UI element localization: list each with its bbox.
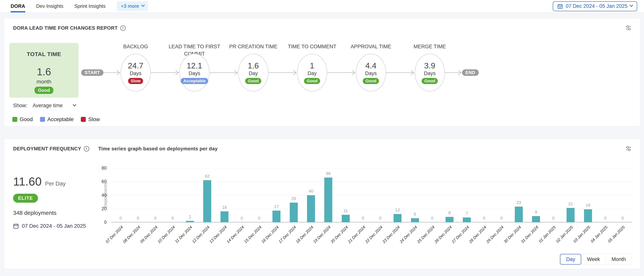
date-range-picker[interactable]: 07 Dec 2024 - 05 Jan 2025 (553, 1, 637, 11)
deployment-bar[interactable] (394, 214, 402, 222)
total-time-label: TOTAL TIME (27, 51, 61, 57)
x-axis-label: 12 Dec 2024 (191, 225, 210, 244)
granularity-day[interactable]: Day (560, 254, 581, 264)
deployment-frequency-card: DEPLOYMENT FREQUENCY i Time series graph… (4, 139, 640, 269)
x-axis-label: 10 Dec 2024 (156, 225, 176, 244)
deployment-bar[interactable] (584, 209, 592, 222)
top-navigation-bar: DORADev InsightsSprint Insights +3 more … (0, 0, 644, 13)
bar-value-label: 0 (493, 216, 510, 221)
calendar-icon (13, 223, 19, 229)
dora-dashboard-page: DORADev InsightsSprint Insights +3 more … (0, 0, 644, 276)
deployment-bar[interactable] (342, 215, 350, 222)
gridline (111, 195, 632, 195)
y-axis-tick-label: 60 (95, 179, 107, 184)
info-icon[interactable]: i (120, 26, 126, 31)
tab-sprint-insights[interactable]: Sprint Insights (74, 0, 106, 12)
x-axis-label: 07 Dec 2024 (105, 225, 124, 244)
y-axis-tick-label: 80 (95, 165, 107, 171)
granularity-week[interactable]: Week (581, 254, 606, 264)
x-axis-label: 09 Dec 2024 (139, 225, 158, 244)
bar-value-label: 0 (597, 216, 614, 221)
bar-value-label: 23 (510, 200, 527, 205)
lead-time-report-card: DORA LEAD TIME FOR CHANGES REPORT i TOTA… (4, 18, 640, 126)
lead-time-report-title: DORA LEAD TIME FOR CHANGES REPORT (13, 25, 118, 31)
deployment-bar[interactable] (272, 211, 280, 222)
x-axis-label: 01 Jan 2025 (538, 225, 556, 244)
deployments-total: 348 deployments (13, 210, 56, 216)
bar-value-label: 62 (199, 174, 216, 179)
x-axis-label: 22 Dec 2024 (364, 225, 384, 244)
deployment-rate-unit: Per Day (45, 180, 66, 187)
bar-value-label: 6 (406, 212, 424, 217)
lead-time-report-header: DORA LEAD TIME FOR CHANGES REPORT i (13, 25, 126, 31)
deployment-bar[interactable] (566, 208, 574, 222)
status-legend: GoodAcceptableSlow (12, 116, 100, 122)
bar-value-label: 0 (251, 216, 268, 221)
tab-dora[interactable]: DORA (11, 0, 25, 12)
deployment-bar[interactable] (446, 217, 454, 222)
stage-name: PR CREATION TIME (225, 43, 282, 50)
info-icon[interactable]: i (84, 146, 89, 152)
stage-circle: 24.7DaysSlow (120, 54, 151, 92)
bar-value-label: 16 (216, 205, 233, 210)
x-axis-label: 26 Dec 2024 (434, 225, 453, 244)
status-badge: Good (245, 78, 261, 84)
legend-label: Good (20, 116, 33, 122)
flow-arrow (151, 69, 179, 77)
x-axis-label: 11 Dec 2024 (174, 225, 193, 244)
deployment-bar[interactable] (290, 203, 298, 222)
deployment-bar[interactable] (463, 217, 471, 222)
stage-unit: Days (365, 71, 377, 76)
legend-swatch (40, 117, 45, 122)
deployment-bar[interactable] (203, 180, 211, 222)
gridline (111, 209, 632, 209)
x-axis-label: 24 Dec 2024 (399, 225, 418, 244)
legend-swatch (12, 117, 17, 122)
deployment-bar[interactable] (220, 211, 228, 222)
show-metric-dropdown[interactable]: Show: Average time (13, 103, 76, 108)
more-tabs-button[interactable]: +3 more (117, 1, 148, 11)
stage-backlog: BACKLOG24.7DaysSlow (120, 35, 151, 93)
granularity-toggle: DayWeekMonth (560, 254, 632, 264)
bar-value-label: 8 (441, 210, 458, 215)
stage-unit: Day (249, 71, 258, 76)
deployment-bar[interactable] (324, 178, 332, 222)
deployment-bar[interactable] (186, 221, 194, 222)
chart-settings-button[interactable] (624, 145, 632, 153)
flow-end-pill: END (462, 69, 479, 76)
bar-value-label: 40 (302, 189, 320, 194)
y-axis-tick-label: 40 (95, 193, 107, 198)
stage-time-to-comment: TIME TO COMMENT1DayGood (297, 35, 327, 93)
gridline (111, 182, 632, 182)
status-badge: Good (34, 87, 53, 94)
bar-value-label: 0 (614, 216, 631, 221)
legend-item-good: Good (12, 116, 33, 122)
deployment-bar[interactable] (411, 218, 419, 222)
x-axis-label: 05 Jan 2025 (607, 225, 626, 244)
granularity-month[interactable]: Month (606, 254, 632, 264)
deployment-bar[interactable] (532, 216, 540, 222)
stage-unit: Days (188, 71, 200, 76)
chevron-down-icon (73, 103, 76, 106)
chart-settings-button[interactable] (624, 24, 632, 33)
elite-tier-badge: ELITE (13, 194, 38, 203)
deployment-bar[interactable] (515, 207, 523, 222)
bar-value-label: 0 (112, 216, 129, 221)
flow-arrow (386, 69, 414, 77)
bar-value-label: 19 (580, 203, 596, 208)
deployment-frequency-header: DEPLOYMENT FREQUENCY i (13, 146, 89, 152)
legend-label: Acceptable (48, 116, 74, 122)
more-tabs-label: +3 more (121, 3, 139, 9)
x-axis-label: 02 Jan 2025 (555, 225, 574, 244)
legend-item-acceptable: Acceptable (40, 116, 74, 122)
legend-label: Slow (88, 116, 100, 122)
chevron-down-icon (141, 3, 144, 7)
x-axis-label: 18 Dec 2024 (295, 225, 314, 244)
deployment-bar[interactable] (307, 195, 315, 222)
calendar-icon (557, 4, 563, 9)
deployments-date-range: 07 Dec 2024 - 05 Jan 2025 (13, 223, 86, 229)
tab-dev-insights[interactable]: Dev Insights (36, 0, 64, 12)
bar-value-label: 0 (164, 216, 181, 221)
x-axis-label: 03 Jan 2025 (572, 225, 591, 244)
date-range-value: 07 Dec 2024 - 05 Jan 2025 (566, 3, 628, 9)
